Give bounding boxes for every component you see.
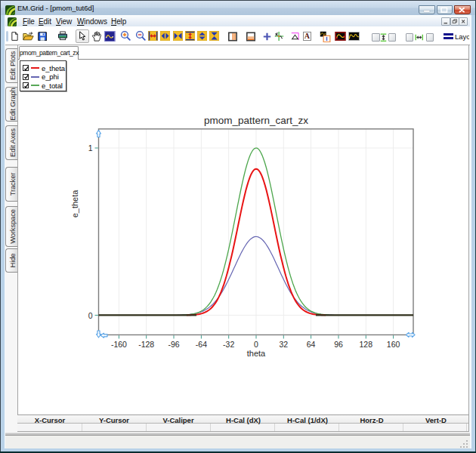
svg-text:128: 128	[360, 340, 373, 349]
svg-text:32: 32	[279, 340, 288, 349]
svg-text:-64: -64	[196, 340, 207, 349]
svg-text:0: 0	[88, 311, 93, 320]
svg-text:1: 1	[88, 143, 93, 153]
svg-text:160: 160	[387, 340, 400, 349]
svg-text:-96: -96	[168, 340, 179, 349]
svg-text:pmom_pattern_cart_zx: pmom_pattern_cart_zx	[204, 115, 308, 126]
svg-text:-32: -32	[223, 340, 234, 349]
svg-text:-160: -160	[111, 340, 127, 349]
svg-text:64: 64	[307, 340, 316, 349]
svg-text:0: 0	[254, 340, 258, 349]
svg-text:e_theta: e_theta	[70, 190, 79, 218]
svg-text:-128: -128	[138, 340, 154, 349]
svg-text:96: 96	[334, 340, 343, 349]
svg-text:theta: theta	[247, 349, 266, 358]
